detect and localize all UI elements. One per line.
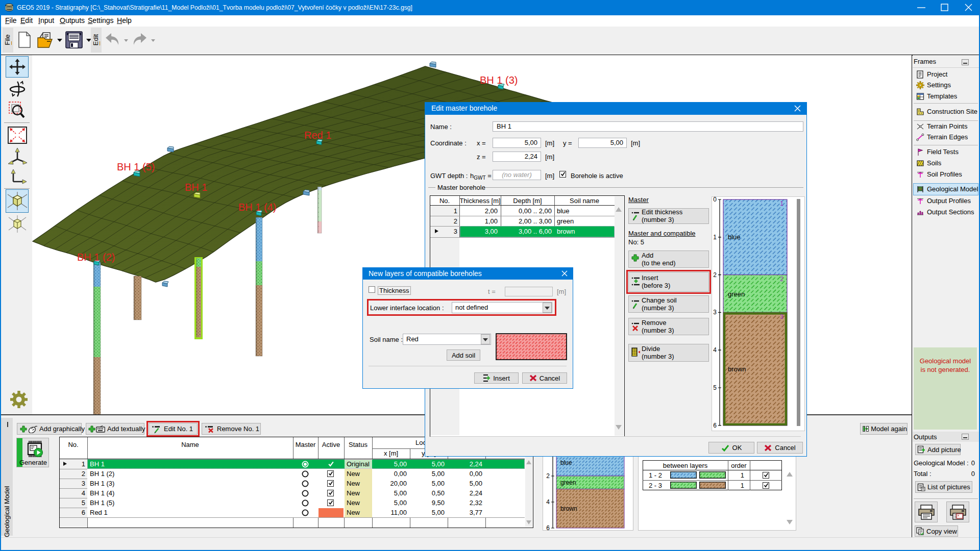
svg-text:BH 1 (4): BH 1 (4)	[238, 202, 276, 213]
svg-text:1: 1	[780, 200, 783, 207]
svg-text:Red 1: Red 1	[304, 130, 331, 141]
svg-text:6: 6	[546, 524, 550, 531]
svg-text:green: green	[560, 479, 576, 486]
svg-text:brown: brown	[560, 505, 577, 512]
svg-text:blue: blue	[560, 459, 572, 466]
svg-text:0: 0	[713, 196, 717, 203]
svg-text:2: 2	[780, 276, 783, 283]
svg-text:6: 6	[713, 422, 717, 429]
svg-text:BH 1 (5): BH 1 (5)	[117, 161, 155, 172]
svg-text:4: 4	[713, 346, 717, 354]
svg-text:BH 1 (3): BH 1 (3)	[480, 74, 518, 86]
svg-text:2: 2	[546, 472, 550, 480]
svg-text:blue: blue	[728, 233, 741, 241]
svg-text:2: 2	[713, 271, 717, 279]
svg-text:BH 1 (2): BH 1 (2)	[77, 252, 115, 263]
svg-text:4: 4	[546, 498, 550, 506]
svg-text:3: 3	[780, 313, 783, 320]
svg-text:green: green	[728, 290, 745, 298]
svg-text:BH 1: BH 1	[185, 182, 207, 193]
svg-text:5: 5	[713, 384, 717, 391]
svg-text:1: 1	[713, 234, 717, 241]
svg-text:3: 3	[713, 309, 717, 316]
svg-text:brown: brown	[728, 365, 746, 373]
